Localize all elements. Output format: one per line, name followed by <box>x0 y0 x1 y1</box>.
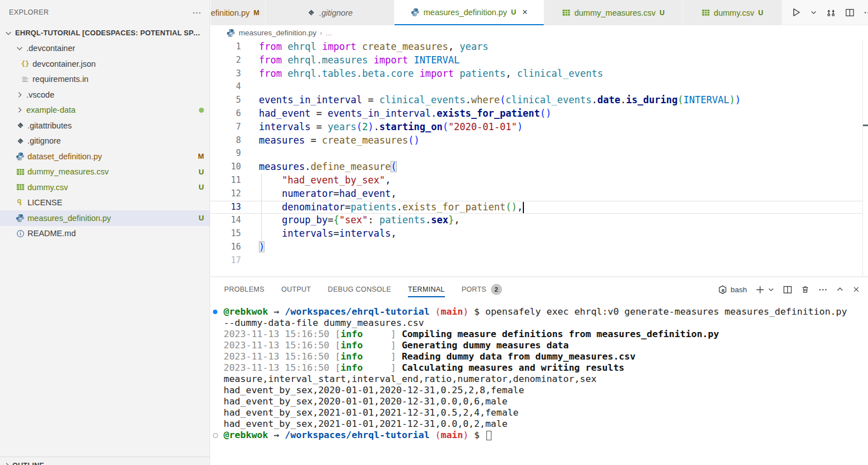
tree-item-requirements-in[interactable]: requirements.in <box>0 72 210 88</box>
line-number: 3 <box>211 67 241 81</box>
file-icon-wrap: {} <box>20 60 31 68</box>
ports-count-badge: 2 <box>491 284 502 295</box>
split-editor-icon <box>845 8 855 17</box>
ellipsis-button[interactable] <box>864 8 868 17</box>
tab-gitignore[interactable]: .gitignore <box>266 0 394 25</box>
git-status-badge: U <box>199 214 204 222</box>
ellipsis-button[interactable] <box>818 285 828 294</box>
tab-bar: dataset_definition.pyM.gitignoremeasures… <box>211 0 868 25</box>
code-text: from ehrql.measures import INTERVAL <box>259 54 459 67</box>
file-icon-wrap <box>15 168 26 176</box>
chevdown-button[interactable] <box>810 9 817 16</box>
code-line-11[interactable]: 11 "had_event_by_sex", <box>211 174 863 187</box>
tree-item-devcontainer-json[interactable]: {}devcontainer.json <box>0 56 210 72</box>
terminal-line-5: 2023-11-13 15:16:50 [info ] Reading dumm… <box>211 351 868 362</box>
code-line-7[interactable]: 7intervals = years(2).starting_on("2020-… <box>211 121 863 134</box>
code-line-14[interactable]: 14 group_by={"sex": patients.sex}, <box>211 214 863 227</box>
tree-item-measures-definition-py[interactable]: measures_definition.pyU <box>0 210 210 226</box>
panel-tab-debug-console[interactable]: DEBUG CONSOLE <box>328 277 391 302</box>
tree-item-label: .devcontainer <box>26 44 204 53</box>
code-editor[interactable]: 1from ehrql import create_measures, year… <box>211 40 868 277</box>
tree-item-dataset-definition-py[interactable]: dataset_definition.pyM <box>0 149 210 164</box>
tree-item-readme-md[interactable]: README.md <box>0 226 210 242</box>
code-line-16[interactable]: 16) <box>211 241 863 254</box>
tab-label: dummy.csv <box>714 8 754 17</box>
code-text: measures.define_measure( <box>259 160 397 174</box>
tree-item-label: dummy.csv <box>27 183 196 192</box>
code-text: measures = create_measures() <box>259 134 420 148</box>
code-line-2[interactable]: 2from ehrql.measures import INTERVAL <box>211 54 863 67</box>
explorer-more-actions-icon[interactable]: ⋯ <box>192 7 202 18</box>
line-number: 2 <box>211 54 241 67</box>
panel-actions: $bash <box>718 285 860 294</box>
panel-tab-ports[interactable]: PORTS2 <box>462 277 502 302</box>
tree-item-vscode[interactable]: .vscode <box>0 87 210 103</box>
tree-item-label: requirements.in <box>33 75 204 84</box>
command-decoration-filled[interactable] <box>213 310 217 314</box>
code-line-6[interactable]: 6had_event = events_in_interval.exists_f… <box>211 107 863 121</box>
breadcrumb-more[interactable]: … <box>326 29 332 37</box>
code-line-15[interactable]: 15 intervals=intervals, <box>211 227 863 241</box>
tab-label: dummy_measures.csv <box>574 8 656 17</box>
line-number: 8 <box>211 134 241 148</box>
tree-item-example-data[interactable]: example-data <box>0 103 210 118</box>
code-line-3[interactable]: 3from ehrql.tables.beta.core import pati… <box>211 67 863 81</box>
panel-tab-problems[interactable]: PROBLEMS <box>224 277 264 302</box>
terminal[interactable]: @rebkwok → /workspaces/ehrql-tutorial (m… <box>211 306 868 465</box>
panel-tab-output[interactable]: OUTPUT <box>281 277 311 302</box>
tree-item-license[interactable]: LICENSE <box>0 195 210 211</box>
tree-item-ehrql-tutorial-codespaces-potential-spa[interactable]: EHRQL-TUTORIAL [CODESPACES: POTENTIAL SP… <box>0 25 210 41</box>
outline-section[interactable]: OUTLINE <box>0 457 210 465</box>
open-changes-icon <box>826 7 836 17</box>
chevron-right-icon <box>3 462 11 465</box>
tree-item-gitattributes[interactable]: .gitattributes <box>0 118 210 133</box>
code-line-5[interactable]: 5events_in_interval = clinical_events.wh… <box>211 94 863 107</box>
csv-icon <box>562 8 570 17</box>
editor-scrollbar[interactable] <box>862 40 868 277</box>
plus-button[interactable] <box>755 285 765 294</box>
code-line-12[interactable]: 12 numerator=had_event, <box>211 187 863 201</box>
code-line-8[interactable]: 8measures = create_measures() <box>211 134 863 148</box>
code-line-17[interactable]: 17 <box>211 254 863 268</box>
code-line-13[interactable]: 13 denominator=patients.exists_for_patie… <box>211 201 863 214</box>
line-number: 13 <box>211 201 241 214</box>
panel-tab-terminal[interactable]: TERMINAL <box>408 277 445 302</box>
tree-item-dummy-csv[interactable]: dummy.csvU <box>0 179 210 195</box>
explorer-title: EXPLORER <box>9 8 49 16</box>
command-decoration-hollow[interactable] <box>213 433 218 438</box>
line-number: 11 <box>211 174 241 187</box>
code-line-1[interactable]: 1from ehrql import create_measures, year… <box>211 40 863 54</box>
split-editor-button[interactable] <box>783 285 792 294</box>
tree-item-devcontainer[interactable]: .devcontainer <box>0 41 210 57</box>
key-icon <box>16 199 24 206</box>
open-changes-button[interactable] <box>826 7 836 17</box>
close-button[interactable] <box>852 286 860 293</box>
tree-item-label: dummy_measures.csv <box>27 167 196 176</box>
split-editor-button[interactable] <box>845 8 855 17</box>
panel-tab-label: TERMINAL <box>408 286 445 293</box>
git-status-badge: U <box>199 168 204 176</box>
breadcrumb-file[interactable]: measures_definition.py <box>239 29 317 37</box>
tree-item-dummy-measures-csv[interactable]: dummy_measures.csvU <box>0 164 210 180</box>
chevdown-button[interactable] <box>768 286 774 293</box>
file-icon-wrap <box>20 75 31 83</box>
vscode-window: EXPLORER ⋯ EHRQL-TUTORIAL [CODESPACES: P… <box>0 0 868 465</box>
tab-dataset-definition-py[interactable]: dataset_definition.pyM <box>211 0 266 25</box>
breadcrumb[interactable]: measures_definition.py › … <box>211 25 868 40</box>
run-button[interactable] <box>791 7 801 17</box>
trash-button[interactable] <box>801 285 810 294</box>
code-line-4[interactable]: 4 <box>211 80 863 94</box>
tree-item-label: example-data <box>26 105 199 114</box>
tree-item-gitignore[interactable]: .gitignore <box>0 133 210 149</box>
tab-dummy-measures-csv[interactable]: dummy_measures.csvU <box>544 0 683 25</box>
close-icon[interactable]: × <box>522 7 527 17</box>
chevup-button[interactable] <box>836 286 844 293</box>
code-text: numerator=had_event, <box>259 187 397 201</box>
tab-measures-definition-py[interactable]: measures_definition.pyU× <box>394 0 544 25</box>
ellipsis-icon <box>818 285 828 294</box>
tab-dummy-csv[interactable]: dummy.csvU <box>683 0 782 25</box>
terminal-shell-selector[interactable]: $bash <box>718 285 747 294</box>
chevdown-icon <box>768 286 774 293</box>
code-line-10[interactable]: 10measures.define_measure( <box>211 160 863 174</box>
code-line-9[interactable]: 9 <box>211 147 863 160</box>
